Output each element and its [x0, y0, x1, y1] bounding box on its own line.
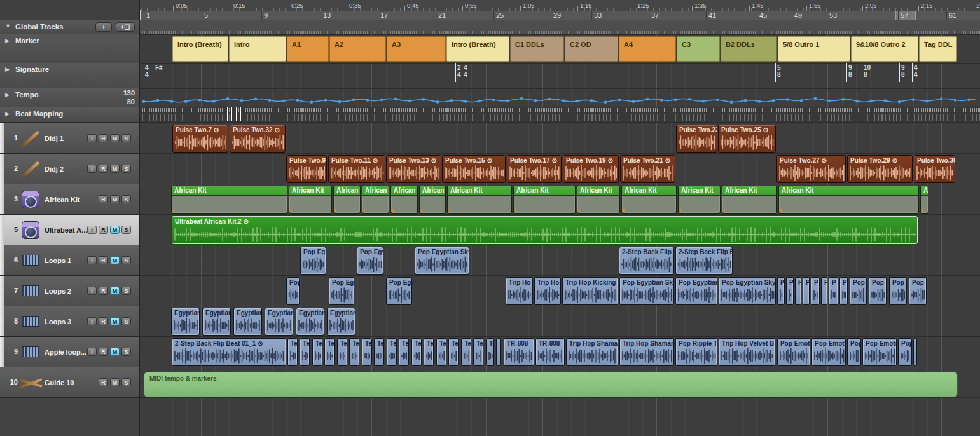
- solo-button[interactable]: S: [121, 348, 131, 356]
- track-header-row[interactable]: 7Loops 2IRMS: [0, 276, 139, 306]
- audio-region[interactable]: Trip Hop Kicking: [562, 277, 618, 305]
- midi-region[interactable]: Af: [920, 186, 928, 214]
- audio-region[interactable]: Egyptian: [233, 308, 262, 336]
- midi-region[interactable]: African Kit: [621, 186, 677, 214]
- audio-region[interactable]: Tec: [374, 338, 384, 366]
- solo-button[interactable]: S: [121, 378, 131, 386]
- marker-region[interactable]: Intro (Breath): [172, 36, 228, 62]
- audio-region[interactable]: Trip Hop Velvet B: [719, 338, 775, 366]
- mute-button[interactable]: M: [110, 165, 120, 173]
- mute-button[interactable]: M: [110, 256, 120, 264]
- time-signature-entry[interactable]: 4 4: [145, 64, 149, 78]
- audio-region[interactable]: P: [811, 277, 820, 305]
- marker-region[interactable]: A1: [287, 36, 329, 62]
- audio-region[interactable]: Tec: [324, 338, 335, 366]
- audio-region[interactable]: Pop Emotiv: [811, 338, 846, 366]
- key-signature-entry[interactable]: F#: [155, 64, 163, 71]
- track-header-row[interactable]: 6Loops 1IRMS: [0, 245, 139, 276]
- audio-region[interactable]: Pop Egyptian Sky: [415, 247, 469, 275]
- audio-region[interactable]: Pop Egy: [329, 277, 354, 305]
- audio-region[interactable]: TR-808: [504, 338, 534, 366]
- track-name[interactable]: Didj 1: [45, 135, 64, 142]
- record-enable-button[interactable]: R: [99, 348, 108, 356]
- disclosure-closed-icon[interactable]: ▶: [5, 92, 10, 98]
- track-name[interactable]: Didj 2: [45, 165, 64, 173]
- mute-button[interactable]: M: [110, 317, 120, 325]
- audio-region[interactable]: Pulse Two.7 ⊙: [172, 125, 228, 153]
- disclosure-closed-icon[interactable]: ▶: [5, 66, 10, 72]
- solo-button[interactable]: S: [121, 134, 131, 142]
- marker-region[interactable]: B2 DDLs: [721, 36, 777, 62]
- audio-region[interactable]: Pop Egyptian Sky: [719, 277, 776, 305]
- midi-region[interactable]: African Kit: [390, 186, 418, 214]
- audio-region[interactable]: P: [829, 277, 838, 305]
- audio-region[interactable]: Tec: [461, 338, 471, 366]
- audio-region[interactable]: P: [777, 277, 785, 305]
- audio-region[interactable]: P: [795, 277, 801, 305]
- audio-region[interactable]: P: [839, 277, 848, 305]
- mute-button[interactable]: M: [110, 378, 120, 386]
- add-multiple-global-tracks-button[interactable]: +❑: [116, 22, 135, 32]
- marker-region[interactable]: 5/8 Outro 1: [778, 36, 850, 62]
- track-header-row[interactable]: 8Loops 3IRMS: [0, 306, 139, 337]
- record-enable-button[interactable]: R: [99, 317, 108, 325]
- audio-region[interactable]: Pop: [286, 277, 300, 305]
- audio-region[interactable]: Tec: [337, 338, 347, 366]
- solo-button[interactable]: S: [121, 165, 131, 173]
- record-enable-button[interactable]: R: [99, 165, 108, 173]
- audio-region[interactable]: 2-Step Back Flip Beat 01_1 ⊙: [172, 338, 286, 366]
- track-name[interactable]: Guide 10: [45, 379, 74, 386]
- audio-region[interactable]: P: [786, 277, 794, 305]
- track-name[interactable]: Ultrabeat A...: [45, 226, 87, 234]
- track-name[interactable]: Loops 3: [45, 318, 71, 325]
- midi-region[interactable]: African Kit: [778, 186, 919, 214]
- track-header-row[interactable]: 3African KitRMS: [0, 184, 139, 215]
- audio-region[interactable]: Pulse Two.30: [914, 155, 955, 183]
- time-signature-entry[interactable]: 5 8: [777, 64, 781, 78]
- record-enable-button[interactable]: R: [99, 134, 108, 142]
- audio-region[interactable]: Pulse Two.27 ⊙: [776, 155, 846, 183]
- mute-button[interactable]: M: [110, 226, 120, 234]
- audio-region[interactable]: Tec: [287, 338, 298, 366]
- input-monitor-button[interactable]: I: [87, 256, 97, 264]
- audio-region[interactable]: Pop Emotiv: [862, 338, 897, 366]
- audio-region[interactable]: Pop: [909, 277, 927, 305]
- audio-region[interactable]: Pulse Two.15 ⊙: [442, 155, 506, 183]
- mute-button[interactable]: M: [110, 195, 120, 203]
- midi-region[interactable]: African Kit: [289, 186, 332, 214]
- input-monitor-button[interactable]: I: [87, 226, 97, 234]
- solo-button[interactable]: S: [121, 226, 131, 234]
- audio-region[interactable]: Pulse Two.32 ⊙: [230, 125, 286, 153]
- marker-region[interactable]: A4: [619, 36, 676, 62]
- record-enable-button[interactable]: R: [99, 195, 108, 203]
- audio-region[interactable]: Tec: [300, 338, 310, 366]
- record-enable-button[interactable]: R: [99, 256, 108, 264]
- audio-region[interactable]: Tec: [436, 338, 446, 366]
- marker-region[interactable]: Intro: [229, 36, 286, 62]
- marker-track-header[interactable]: ▶ Marker: [0, 34, 139, 64]
- audio-region[interactable]: [913, 338, 917, 366]
- audio-region[interactable]: Pop: [889, 277, 907, 305]
- audio-region[interactable]: Pulse Two.23: [676, 125, 717, 153]
- audio-region[interactable]: Pop Egyptian Sky: [619, 277, 674, 305]
- record-enable-button[interactable]: R: [99, 378, 108, 386]
- marker-region[interactable]: C1 DDLs: [510, 36, 564, 62]
- tempo-curve[interactable]: [139, 88, 980, 107]
- midi-region[interactable]: African Kit: [678, 186, 721, 214]
- track-header-row[interactable]: 10Guide 10RMS: [0, 367, 139, 398]
- audio-region[interactable]: Tec: [486, 338, 494, 366]
- audio-region[interactable]: Pop Emoti: [777, 338, 810, 366]
- audio-region[interactable]: Tec: [312, 338, 322, 366]
- audio-region[interactable]: Pulse Two.21 ⊙: [620, 155, 675, 183]
- track-header-row[interactable]: 2Didj 2IRMS: [0, 154, 139, 184]
- add-global-track-button[interactable]: +: [95, 22, 112, 32]
- audio-region[interactable]: Pop Ripple T: [675, 338, 717, 366]
- audio-region[interactable]: Pulse Two.9: [286, 155, 327, 183]
- tempo-track-header[interactable]: ▶ Tempo 130 80: [0, 88, 139, 108]
- track-header-row[interactable]: 9Apple loop...IRMS: [0, 337, 139, 367]
- audio-region[interactable]: Egyptian: [327, 308, 355, 336]
- record-enable-button[interactable]: R: [99, 287, 108, 295]
- audio-region[interactable]: Pop: [898, 338, 912, 366]
- audio-region[interactable]: Tec: [349, 338, 359, 366]
- marker-region[interactable]: 9&10/8 Outro 2: [851, 36, 918, 62]
